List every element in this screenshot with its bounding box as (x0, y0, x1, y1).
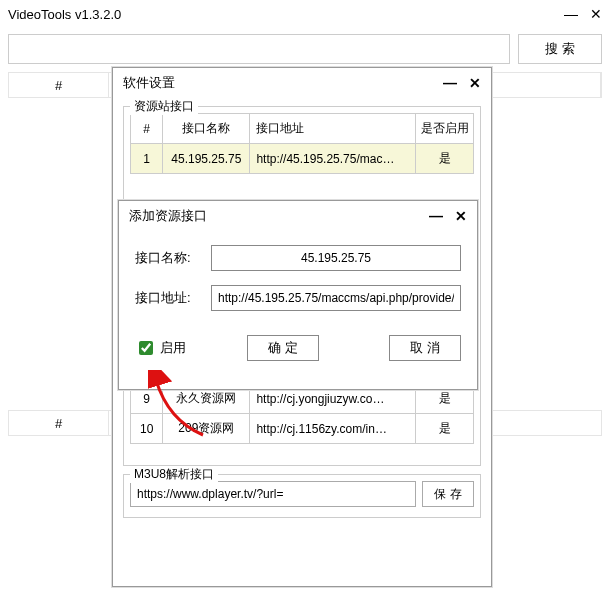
add-title: 添加资源接口 (129, 207, 429, 225)
m3u8-group-label: M3U8解析接口 (130, 466, 218, 483)
table-row[interactable]: 1 45.195.25.75 http://45.195.25.75/mac… … (131, 144, 474, 174)
add-close-icon[interactable]: ✕ (455, 208, 467, 224)
search-button[interactable]: 搜 索 (518, 34, 602, 64)
search-input[interactable] (8, 34, 510, 64)
enable-checkbox[interactable]: 启用 (135, 338, 186, 358)
th-enabled: 是否启用 (416, 114, 474, 144)
ok-button[interactable]: 确 定 (247, 335, 319, 361)
th-url: 接口地址 (250, 114, 416, 144)
url-label: 接口地址: (135, 289, 199, 307)
col-hash-secondary: # (9, 411, 109, 435)
enable-checkbox-input[interactable] (139, 341, 153, 355)
add-resource-dialog: 添加资源接口 — ✕ 接口名称: 接口地址: 启用 确 定 取 消 (118, 200, 478, 390)
th-name: 接口名称 (163, 114, 250, 144)
settings-minimize-icon[interactable]: — (443, 75, 457, 91)
enable-checkbox-label: 启用 (160, 339, 186, 357)
main-minimize-icon[interactable]: — (564, 6, 578, 22)
cancel-button[interactable]: 取 消 (389, 335, 461, 361)
name-input[interactable] (211, 245, 461, 271)
settings-close-icon[interactable]: ✕ (469, 75, 481, 91)
m3u8-save-button[interactable]: 保 存 (422, 481, 474, 507)
app-title: VideoTools v1.3.2.0 (8, 7, 564, 22)
name-label: 接口名称: (135, 249, 199, 267)
col-hash: # (9, 73, 109, 97)
resource-group-label: 资源站接口 (130, 98, 198, 115)
table-row[interactable]: 10 209资源网 http://cj.1156zy.com/in… 是 (131, 414, 474, 444)
add-minimize-icon[interactable]: — (429, 208, 443, 224)
th-idx: # (131, 114, 163, 144)
m3u8-group: M3U8解析接口 保 存 (123, 474, 481, 518)
m3u8-input[interactable] (130, 481, 416, 507)
main-close-icon[interactable]: ✕ (590, 6, 602, 22)
url-input[interactable] (211, 285, 461, 311)
main-titlebar: VideoTools v1.3.2.0 — ✕ (0, 0, 610, 28)
settings-title: 软件设置 (123, 74, 443, 92)
